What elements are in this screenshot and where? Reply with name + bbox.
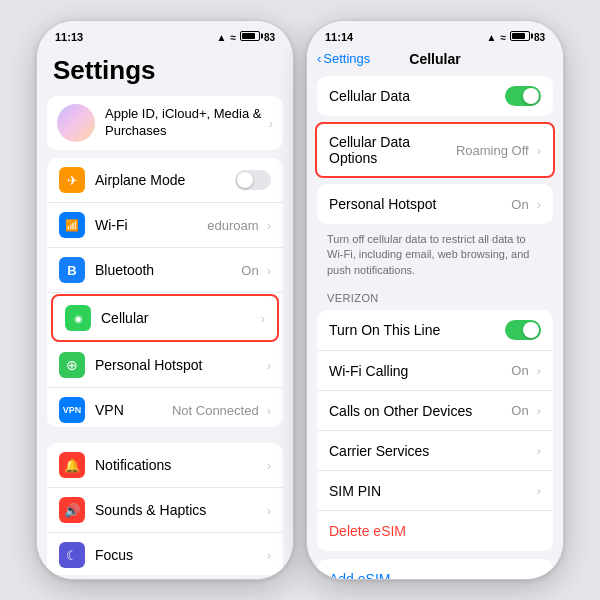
wifi-status-icon: ≈: [230, 32, 236, 43]
focus-icon: ☾: [59, 542, 85, 568]
wifi-value: eduroam: [207, 218, 258, 233]
vpn-icon: VPN: [59, 397, 85, 423]
wifi-calling-chevron: ›: [537, 363, 541, 378]
wifi-icon-right: ≈: [500, 32, 506, 43]
bluetooth-value: On: [241, 263, 258, 278]
carrier-services-chevron: ›: [537, 443, 541, 458]
row-calls-other[interactable]: Calls on Other Devices On ›: [317, 391, 553, 431]
options-label: Cellular Data Options: [329, 134, 456, 166]
cellular-chevron: ›: [261, 311, 265, 326]
hotspot-icon: ⊕: [59, 352, 85, 378]
personal-hotspot-value: On: [511, 197, 528, 212]
row-cellular[interactable]: ◉ Cellular ›: [51, 294, 279, 342]
profile-row[interactable]: Apple ID, iCloud+, Media & Purchases ›: [47, 96, 283, 150]
left-phone: 11:13 ▲ ≈ 83 Settings Apple ID, iCloud+,…: [36, 20, 294, 580]
airplane-toggle[interactable]: [235, 170, 271, 190]
cellular-data-label: Cellular Data: [329, 88, 505, 104]
add-esim-group: Add eSIM: [317, 559, 553, 579]
back-chevron-icon: ‹: [317, 51, 321, 66]
cellular-label: Cellular: [101, 310, 257, 326]
row-vpn[interactable]: VPN VPN Not Connected ›: [47, 388, 283, 427]
row-turn-on-line[interactable]: Turn On This Line: [317, 310, 553, 351]
status-bar-right: 11:14 ▲ ≈ 83: [307, 21, 563, 47]
cellular-desc: Turn off cellular data to restrict all d…: [307, 228, 563, 284]
airplane-icon: ✈: [59, 167, 85, 193]
bluetooth-chevron: ›: [267, 263, 271, 278]
vpn-value: Not Connected: [172, 403, 259, 418]
bluetooth-label: Bluetooth: [95, 262, 241, 278]
profile-subtitle: Apple ID, iCloud+, Media & Purchases: [105, 106, 265, 140]
row-wifi-calling[interactable]: Wi-Fi Calling On ›: [317, 351, 553, 391]
row-carrier-services[interactable]: Carrier Services ›: [317, 431, 553, 471]
sim-pin-chevron: ›: [537, 483, 541, 498]
settings-group-1: ✈ Airplane Mode 📶 Wi-Fi eduroam › B Blue…: [47, 158, 283, 427]
wifi-label: Wi-Fi: [95, 217, 207, 233]
sounds-label: Sounds & Haptics: [95, 502, 263, 518]
row-airplane-mode[interactable]: ✈ Airplane Mode: [47, 158, 283, 203]
cellular-data-toggle[interactable]: [505, 86, 541, 106]
page-title: Cellular: [409, 51, 460, 67]
calls-other-chevron: ›: [537, 403, 541, 418]
status-icons-right: ▲ ≈ 83: [486, 31, 545, 43]
settings-group-2: 🔔 Notifications › 🔊 Sounds & Haptics › ☾…: [47, 443, 283, 575]
battery-pct-left: 83: [264, 32, 275, 43]
carrier-services-label: Carrier Services: [329, 443, 533, 459]
row-cellular-data[interactable]: Cellular Data: [317, 76, 553, 116]
avatar: [57, 104, 95, 142]
personal-hotspot-label: Personal Hotspot: [329, 196, 511, 212]
battery-pct-right: 83: [534, 32, 545, 43]
cellular-icon: ◉: [65, 305, 91, 331]
hotspot-chevron: ›: [267, 358, 271, 373]
right-phone: 11:14 ▲ ≈ 83 ‹ Settings Cellular: [306, 20, 564, 580]
focus-label: Focus: [95, 547, 263, 563]
row-delete-esim[interactable]: Delete eSIM: [317, 511, 553, 551]
row-notifications[interactable]: 🔔 Notifications ›: [47, 443, 283, 488]
notifications-label: Notifications: [95, 457, 263, 473]
row-sim-pin[interactable]: SIM PIN ›: [317, 471, 553, 511]
personal-hotspot-group: Personal Hotspot On ›: [317, 184, 553, 224]
status-bar-left: 11:13 ▲ ≈ 83: [37, 21, 293, 47]
sounds-chevron: ›: [267, 503, 271, 518]
row-personal-hotspot[interactable]: ⊕ Personal Hotspot ›: [47, 343, 283, 388]
row-bluetooth[interactable]: B Bluetooth On ›: [47, 248, 283, 293]
delete-esim-label: Delete eSIM: [329, 523, 541, 539]
row-add-esim[interactable]: Add eSIM: [317, 559, 553, 579]
wifi-chevron: ›: [267, 218, 271, 233]
bluetooth-icon: B: [59, 257, 85, 283]
settings-title: Settings: [37, 47, 293, 92]
calls-other-label: Calls on Other Devices: [329, 403, 511, 419]
cellular-data-options-row[interactable]: Cellular Data Options Roaming Off ›: [315, 122, 555, 178]
battery-status-left: [240, 31, 260, 43]
row-wifi[interactable]: 📶 Wi-Fi eduroam ›: [47, 203, 283, 248]
sounds-icon: 🔊: [59, 497, 85, 523]
signal-icon-right: ▲: [486, 32, 496, 43]
options-chevron: ›: [537, 143, 541, 158]
profile-text: Apple ID, iCloud+, Media & Purchases: [105, 106, 265, 140]
row-sounds[interactable]: 🔊 Sounds & Haptics ›: [47, 488, 283, 533]
vpn-label: VPN: [95, 402, 172, 418]
back-button[interactable]: ‹ Settings: [317, 51, 370, 66]
row-personal-hotspot-right[interactable]: Personal Hotspot On ›: [317, 184, 553, 224]
profile-chevron: ›: [269, 116, 273, 131]
nav-bar: ‹ Settings Cellular: [307, 47, 563, 72]
time-left: 11:13: [55, 31, 83, 43]
signal-icon: ▲: [216, 32, 226, 43]
time-right: 11:14: [325, 31, 353, 43]
options-value: Roaming Off: [456, 143, 529, 158]
hotspot-label: Personal Hotspot: [95, 357, 263, 373]
status-icons-left: ▲ ≈ 83: [216, 31, 275, 43]
cellular-data-group: Cellular Data: [317, 76, 553, 116]
airplane-label: Airplane Mode: [95, 172, 235, 188]
wifi-calling-label: Wi-Fi Calling: [329, 363, 511, 379]
turn-on-toggle[interactable]: [505, 320, 541, 340]
notifications-chevron: ›: [267, 458, 271, 473]
section-gap-1: [37, 431, 293, 439]
notifications-icon: 🔔: [59, 452, 85, 478]
add-esim-label: Add eSIM: [329, 571, 541, 579]
row-focus[interactable]: ☾ Focus ›: [47, 533, 283, 575]
sim-pin-label: SIM PIN: [329, 483, 533, 499]
verizon-group: Turn On This Line Wi-Fi Calling On › Cal…: [317, 310, 553, 551]
back-label: Settings: [323, 51, 370, 66]
battery-icon-right: [510, 31, 530, 43]
turn-on-label: Turn On This Line: [329, 322, 505, 338]
